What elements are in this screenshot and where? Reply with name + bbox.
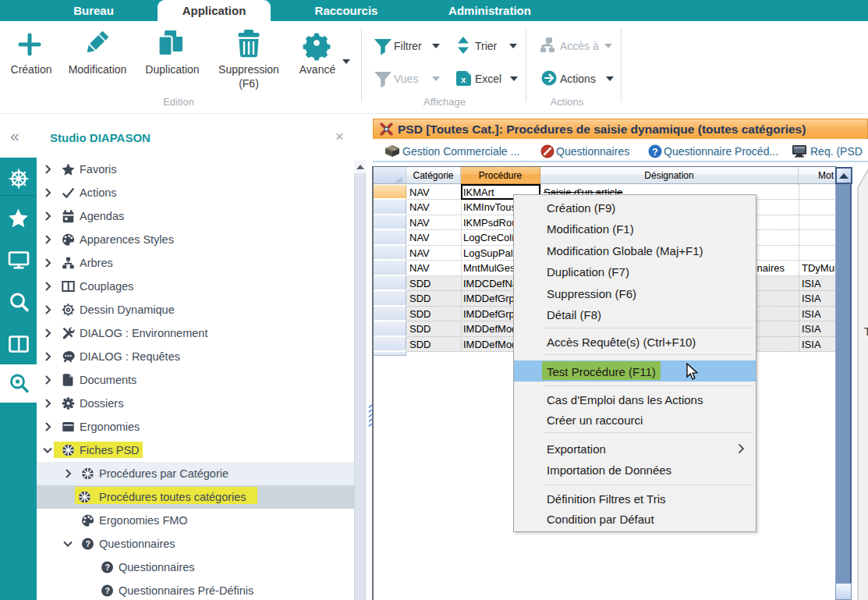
- svg-text:?: ?: [652, 147, 657, 158]
- svg-text:x: x: [461, 75, 466, 84]
